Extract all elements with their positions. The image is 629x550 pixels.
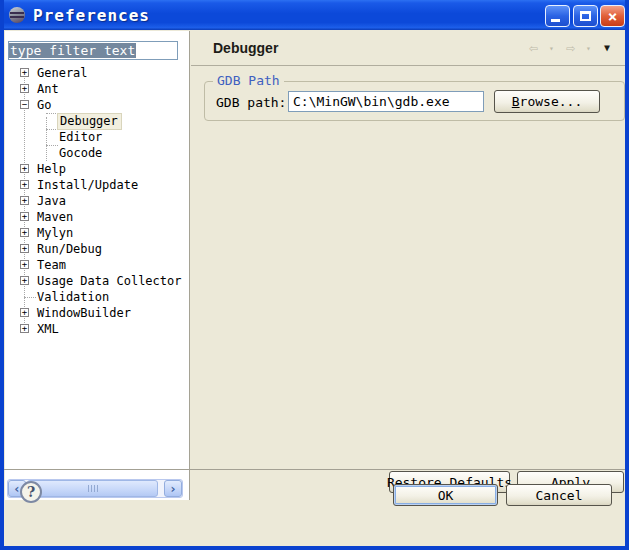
thumb-grip — [94, 485, 95, 492]
eclipse-icon — [9, 7, 25, 23]
plus-box-icon[interactable]: + — [20, 196, 29, 205]
browse-button-label: B — [512, 94, 520, 109]
minus-box-icon[interactable]: − — [20, 100, 29, 109]
tree-connector — [46, 117, 47, 161]
preferences-tree-panel: type filter text + General + Ant − Go De… — [5, 31, 190, 500]
scrollbar-thumb[interactable] — [27, 480, 158, 497]
cancel-button[interactable]: Cancel — [506, 484, 612, 506]
filter-text-selected: type filter text — [9, 43, 136, 58]
view-menu-icon[interactable]: ▼ — [604, 42, 610, 53]
back-dropdown-icon[interactable]: ▾ — [549, 44, 554, 53]
plus-box-icon[interactable]: + — [20, 84, 29, 93]
plus-box-icon[interactable]: + — [20, 164, 29, 173]
plus-box-icon[interactable]: + — [20, 308, 29, 317]
plus-box-icon[interactable]: + — [20, 244, 29, 253]
browse-button[interactable]: Browse... — [494, 90, 600, 113]
filter-input[interactable]: type filter text — [8, 41, 178, 60]
scroll-right-icon[interactable]: › — [164, 480, 182, 497]
page-header: Debugger ⇦ ▾ ⇨ ▾ ▼ — [191, 31, 629, 66]
plus-box-icon[interactable]: + — [20, 228, 29, 237]
preference-page-panel: Debugger ⇦ ▾ ⇨ ▾ ▼ GDB Path GDB path: C:… — [191, 31, 629, 500]
plus-box-icon[interactable]: + — [20, 180, 29, 189]
maximize-icon — [580, 11, 591, 21]
preferences-dialog: Preferences × type filter text + General — [0, 0, 629, 550]
help-icon: ? — [27, 484, 35, 500]
window-title: Preferences — [33, 6, 150, 25]
plus-box-icon[interactable]: + — [20, 324, 29, 333]
plus-box-icon[interactable]: + — [20, 212, 29, 221]
group-title: GDB Path — [213, 73, 284, 88]
back-icon[interactable]: ⇦ — [529, 39, 538, 57]
close-icon: × — [608, 7, 618, 26]
maximize-button[interactable] — [573, 5, 598, 27]
plus-box-icon[interactable]: + — [20, 276, 29, 285]
ok-button[interactable]: OK — [393, 484, 498, 506]
page-title: Debugger — [213, 40, 278, 56]
thumb-grip — [97, 485, 98, 492]
close-button[interactable]: × — [600, 5, 625, 27]
thumb-grip — [91, 485, 92, 492]
minimize-button[interactable] — [545, 5, 570, 27]
minimize-icon — [551, 19, 560, 22]
bottom-separator — [4, 469, 625, 470]
thumb-grip — [88, 485, 89, 492]
titlebar[interactable]: Preferences × — [0, 0, 629, 30]
plus-box-icon[interactable]: + — [20, 260, 29, 269]
browse-button-label: rowse... — [520, 94, 583, 109]
gdb-path-label: GDB path: — [216, 95, 286, 110]
gdb-path-input[interactable]: C:\MinGW\bin\gdb.exe — [288, 91, 484, 112]
forward-icon[interactable]: ⇨ — [566, 39, 575, 57]
help-button[interactable]: ? — [20, 481, 42, 503]
forward-dropdown-icon[interactable]: ▾ — [586, 44, 591, 53]
plus-box-icon[interactable]: + — [20, 68, 29, 77]
